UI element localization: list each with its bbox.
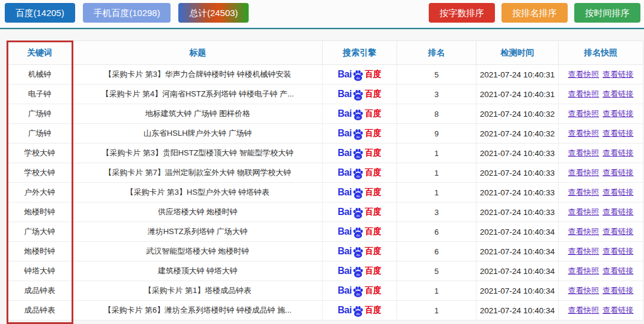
- baidu-logo-bai-text: Bai: [338, 69, 351, 80]
- baidu-logo: Bai du 百度: [338, 226, 381, 237]
- snapshot-cell: 查看快照查看链接: [559, 65, 643, 85]
- sort-by-time-button[interactable]: 按时间排序: [574, 3, 640, 23]
- baidu-paw-icon: du: [352, 70, 364, 81]
- time-cell: 2021-07-24 10:40:32: [476, 124, 559, 144]
- table-row: 广场大钟 潍坊HSTZ系列塔钟 广场大钟 Bai du 百度 6 2021-07…: [7, 222, 643, 242]
- keyword-cell: 成品钟表: [7, 281, 73, 301]
- filter-mobile-baidu-button[interactable]: 手机百度(10298): [83, 3, 171, 23]
- keyword-cell: 炮楼时钟: [7, 242, 73, 261]
- view-link-link[interactable]: 查看链接: [603, 247, 634, 256]
- view-snapshot-link[interactable]: 查看快照: [568, 286, 599, 295]
- view-link-link[interactable]: 查看链接: [603, 266, 634, 275]
- snapshot-cell: 查看快照查看链接: [559, 301, 643, 320]
- view-link-link[interactable]: 查看链接: [603, 89, 634, 98]
- baidu-logo-cn-text: 百度: [365, 108, 382, 119]
- baidu-paw-icon: du: [352, 227, 364, 238]
- baidu-logo: Bai du 百度: [338, 69, 381, 80]
- baidu-paw-icon: du: [352, 129, 364, 140]
- rank-cell: 1: [397, 144, 476, 163]
- table-row: 机械钟 【采购卡片 第3】华声力合牌钟楼时钟 钟楼机械钟安装 Bai du 百度…: [7, 65, 643, 85]
- view-snapshot-link[interactable]: 查看快照: [568, 266, 599, 275]
- baidu-logo-bai-text: Bai: [338, 187, 351, 198]
- time-cell: 2021-07-24 10:40:33: [476, 163, 559, 183]
- title-cell: 【采购卡片 第1】塔楼成品钟表: [73, 281, 323, 301]
- baidu-paw-icon: du: [352, 266, 364, 278]
- view-link-link[interactable]: 查看链接: [603, 286, 634, 295]
- snapshot-cell: 查看快照查看链接: [559, 222, 643, 242]
- view-link-link[interactable]: 查看链接: [603, 148, 634, 157]
- snapshot-cell: 查看快照查看链接: [559, 124, 643, 144]
- engine-cell: Bai du 百度: [323, 104, 397, 124]
- svg-text:du: du: [356, 273, 360, 276]
- view-link-link[interactable]: 查看链接: [603, 207, 634, 216]
- svg-text:du: du: [356, 194, 360, 198]
- view-link-link[interactable]: 查看链接: [603, 129, 634, 138]
- view-link-link[interactable]: 查看链接: [603, 188, 634, 197]
- baidu-logo-cn-text: 百度: [365, 207, 382, 217]
- keyword-cell: 广场钟: [7, 124, 73, 144]
- view-snapshot-link[interactable]: 查看快照: [568, 168, 599, 177]
- title-cell: 【采购卡片 第3】华声力合牌钟楼时钟 钟楼机械钟安装: [73, 65, 323, 85]
- baidu-logo-cn-text: 百度: [365, 187, 382, 198]
- table-row: 广场钟 地标建筑大钟 广场钟 图样价格 Bai du 百度 8 2021-07-…: [7, 104, 643, 124]
- baidu-paw-icon: du: [352, 207, 364, 219]
- baidu-logo-bai-text: Bai: [338, 246, 351, 257]
- title-cell: 建筑楼顶大钟 钟塔大钟: [73, 261, 323, 281]
- baidu-logo-bai-text: Bai: [338, 285, 351, 296]
- filter-baidu-button[interactable]: 百度(14205): [5, 3, 75, 23]
- rank-cell: 3: [397, 85, 476, 104]
- snapshot-cell: 查看快照查看链接: [559, 242, 643, 261]
- view-link-link[interactable]: 查看链接: [603, 109, 634, 118]
- baidu-logo-cn-text: 百度: [365, 89, 382, 99]
- baidu-paw-icon: du: [352, 89, 364, 101]
- snapshot-cell: 查看快照查看链接: [559, 163, 643, 183]
- table-row: 电子钟 【采购卡片 第4】河南省HSTZ系列塔钟 钟楼电子钟 产... Bai …: [7, 85, 643, 104]
- table-row: 户外大钟 【采购卡片 第3】HS型户外大钟 钟塔钟表 Bai du 百度 1 2…: [7, 183, 643, 202]
- baidu-logo-cn-text: 百度: [365, 148, 382, 158]
- rank-cell: 5: [397, 65, 476, 85]
- view-snapshot-link[interactable]: 查看快照: [568, 70, 599, 79]
- baidu-paw-icon: du: [352, 247, 364, 258]
- view-snapshot-link[interactable]: 查看快照: [568, 207, 599, 216]
- engine-cell: Bai du 百度: [323, 242, 397, 261]
- view-snapshot-link[interactable]: 查看快照: [568, 148, 599, 157]
- time-cell: 2021-07-24 10:40:34: [476, 242, 559, 261]
- rank-cell: 1: [397, 183, 476, 202]
- filter-total-button[interactable]: 总计(24503): [178, 3, 249, 23]
- baidu-paw-icon: du: [352, 306, 364, 317]
- view-snapshot-link[interactable]: 查看快照: [568, 188, 599, 197]
- baidu-logo-cn-text: 百度: [365, 167, 382, 178]
- sort-by-wordcount-button[interactable]: 按字数排序: [429, 3, 495, 23]
- view-link-link[interactable]: 查看链接: [603, 70, 634, 79]
- teal-divider: [0, 27, 644, 29]
- view-snapshot-link[interactable]: 查看快照: [568, 227, 599, 236]
- baidu-logo-bai-text: Bai: [338, 266, 351, 276]
- rank-cell: 6: [397, 242, 476, 261]
- view-snapshot-link[interactable]: 查看快照: [568, 247, 599, 256]
- table-row: 成品钟表 【采购卡片 第1】塔楼成品钟表 Bai du 百度 1 2021-07…: [7, 281, 643, 301]
- engine-cell: Bai du 百度: [323, 65, 397, 85]
- view-snapshot-link[interactable]: 查看快照: [568, 109, 599, 118]
- header-snapshot: 排名快照: [559, 41, 643, 65]
- baidu-logo: Bai du 百度: [338, 305, 381, 316]
- view-link-link[interactable]: 查看链接: [603, 168, 634, 177]
- view-link-link[interactable]: 查看链接: [603, 306, 634, 314]
- sort-by-rank-button[interactable]: 按排名排序: [501, 3, 568, 23]
- title-cell: 【采购卡片 第6】潍坊全系列塔楼时钟 钟楼成品钟 施...: [73, 301, 323, 320]
- baidu-logo-bai-text: Bai: [338, 305, 351, 316]
- view-snapshot-link[interactable]: 查看快照: [568, 129, 599, 138]
- table-row: 成品钟表 【采购卡片 第6】潍坊全系列塔楼时钟 钟楼成品钟 施... Bai d…: [7, 301, 643, 320]
- view-snapshot-link[interactable]: 查看快照: [568, 89, 599, 98]
- filter-button-group: 百度(14205) 手机百度(10298) 总计(24503): [5, 3, 249, 23]
- engine-cell: Bai du 百度: [323, 183, 397, 202]
- time-cell: 2021-07-24 10:40:33: [476, 144, 559, 163]
- keyword-cell: 钟塔大钟: [7, 261, 73, 281]
- snapshot-cell: 查看快照查看链接: [559, 104, 643, 124]
- view-link-link[interactable]: 查看链接: [603, 227, 634, 236]
- baidu-logo-cn-text: 百度: [365, 69, 382, 80]
- svg-text:du: du: [356, 76, 360, 80]
- baidu-logo-bai-text: Bai: [338, 207, 351, 217]
- title-cell: 潍坊HSTZ系列塔钟 广场大钟: [73, 222, 323, 242]
- rank-cell: 8: [397, 104, 476, 124]
- view-snapshot-link[interactable]: 查看快照: [568, 306, 599, 314]
